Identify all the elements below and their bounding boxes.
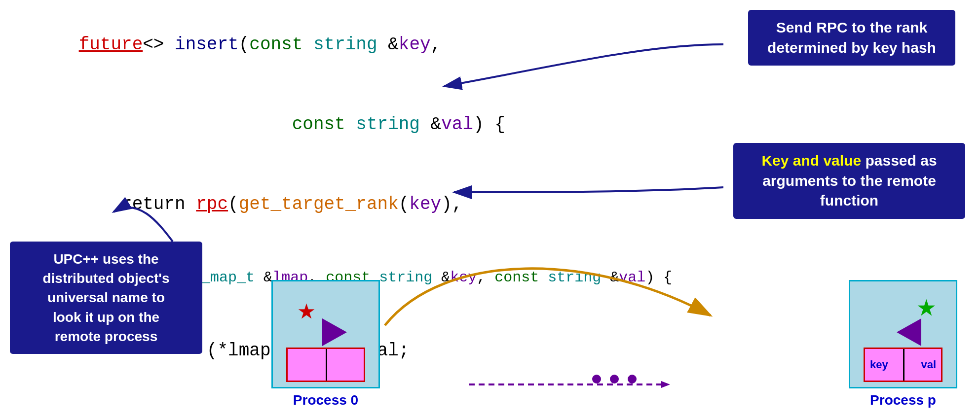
process0-container: ★ Process 0 bbox=[271, 280, 380, 408]
code-line-1: future<> insert(const string &key, bbox=[15, 5, 558, 85]
dots-container bbox=[592, 375, 637, 383]
code-line-2: const string &val) { bbox=[15, 85, 558, 165]
val-label: val bbox=[921, 358, 936, 371]
divider bbox=[326, 349, 327, 381]
purple-triangle-icon bbox=[322, 318, 347, 346]
diagram-section: ★ Process 0 ★ bbox=[271, 280, 957, 408]
annotation-bottom-line2: distributed object's bbox=[42, 271, 169, 286]
annotation-box-top-right: Send RPC to the rank determined by key h… bbox=[748, 10, 955, 66]
processp-box: ★ key val bbox=[849, 280, 957, 388]
key-label: key bbox=[870, 358, 888, 371]
dot-1 bbox=[592, 375, 601, 383]
processp-inner-box: key val bbox=[864, 348, 942, 382]
keyword-future: future bbox=[79, 35, 143, 55]
divider-p bbox=[903, 349, 905, 381]
code-line-3: return rpc(get_target_rank(key), bbox=[15, 165, 558, 244]
annotation-top-right-text: Send RPC to the rank determined by key h… bbox=[767, 19, 936, 56]
annotation-bottom-line5: remote process bbox=[55, 329, 158, 344]
process0-label: Process 0 bbox=[293, 392, 358, 408]
processp-label: Process p bbox=[870, 392, 936, 408]
purple-triangle-left-icon bbox=[897, 318, 921, 346]
processp-container: ★ key val Process p bbox=[849, 280, 957, 408]
annotation-box-bottom-left: UPC++ uses the distributed object's univ… bbox=[10, 242, 202, 354]
dot-2 bbox=[610, 375, 619, 383]
main-container: future<> insert(const string &key, const… bbox=[0, 0, 980, 418]
annotation-bottom-line4: look it up on the bbox=[53, 310, 159, 325]
annotation-mid-yellow-text: Key and value bbox=[761, 152, 861, 169]
dot-3 bbox=[628, 375, 637, 383]
process0-inner-box bbox=[286, 348, 365, 382]
annotation-bottom-line3: universal name to bbox=[47, 290, 165, 305]
annotation-box-mid-right: Key and value passed as arguments to the… bbox=[733, 143, 965, 219]
red-star-icon: ★ bbox=[298, 291, 315, 328]
annotation-bottom-line1: UPC++ uses the bbox=[53, 251, 158, 267]
process0-box: ★ bbox=[271, 280, 380, 388]
